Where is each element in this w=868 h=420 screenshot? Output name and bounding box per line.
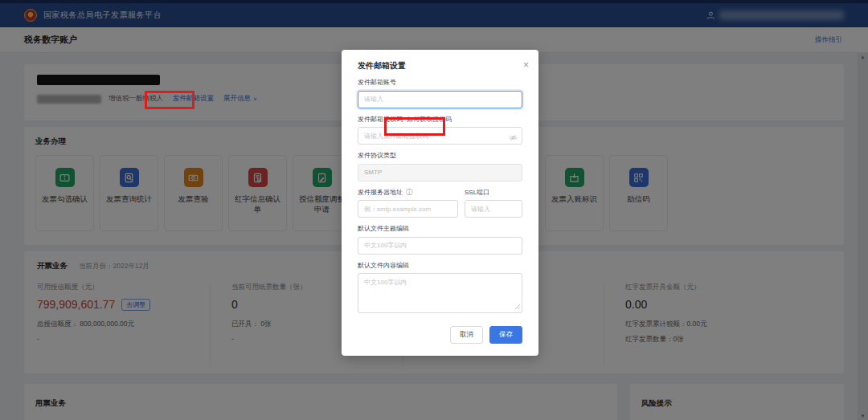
save-button[interactable]: 保存	[489, 326, 522, 344]
server-address-label-text: 发件服务器地址	[358, 188, 403, 197]
server-address-input[interactable]	[358, 200, 458, 218]
cancel-button[interactable]: 取消	[450, 326, 483, 344]
default-content-label: 默认文件内容编辑	[358, 261, 522, 270]
resize-grip-icon[interactable]	[514, 299, 521, 313]
protocol-input	[358, 164, 522, 181]
modal-title: 发件邮箱设置	[358, 60, 406, 71]
sender-email-settings-modal: 发件邮箱设置 × 发件邮箱账号 发件邮箱授权码 如何获取授权码 发件协议类型 发…	[342, 50, 538, 356]
annotation-box-help-link	[384, 117, 445, 136]
protocol-label: 发件协议类型	[358, 151, 522, 160]
default-subject-input[interactable]	[358, 237, 522, 255]
ssl-port-input[interactable]	[465, 200, 522, 218]
default-subject-label: 默认文件主题编辑	[358, 224, 522, 233]
close-icon[interactable]: ×	[523, 60, 529, 70]
info-icon[interactable]: ⓘ	[406, 188, 412, 197]
email-account-label: 发件邮箱账号	[358, 78, 522, 87]
annotation-box-email-setting	[145, 91, 194, 109]
ssl-port-label: SSL端口	[465, 188, 522, 197]
server-address-label: 发件服务器地址 ⓘ	[358, 188, 458, 197]
email-account-input[interactable]	[358, 91, 522, 108]
default-content-textarea[interactable]	[358, 273, 522, 313]
eye-off-icon[interactable]	[509, 131, 518, 145]
